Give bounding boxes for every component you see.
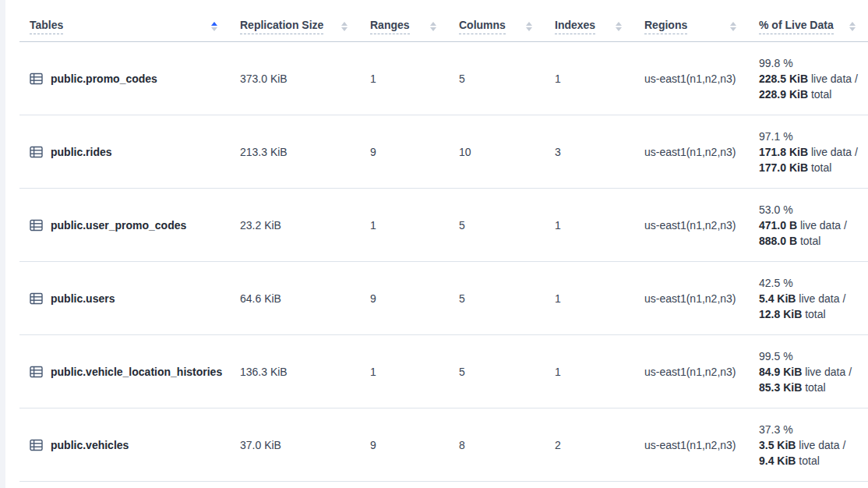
sort-desc-icon <box>616 27 622 31</box>
column-header-columns[interactable]: Columns <box>449 12 545 41</box>
column-header-ranges[interactable]: Ranges <box>360 12 449 41</box>
regions-cell: us-east1(n1,n2,n3) <box>634 439 749 451</box>
table-name-cell: public.vehicle_location_histories <box>19 366 230 378</box>
live-data-percent: 99.5 % <box>759 348 860 364</box>
replication-size-cell: 213.3 KiB <box>230 146 360 158</box>
regions-cell: us-east1(n1,n2,n3) <box>634 292 749 305</box>
live-data-size: 3.5 KiB live data / <box>759 437 860 453</box>
live-data-size: 84.9 KiB live data / <box>759 364 860 380</box>
columns-cell: 5 <box>449 72 545 85</box>
column-header-indexes[interactable]: Indexes <box>545 12 634 41</box>
sort-desc-icon <box>849 27 856 31</box>
percent-live-data-cell: 99.5 % 84.9 KiB live data / 85.3 KiB tot… <box>749 348 868 395</box>
table-icon <box>30 72 43 85</box>
sort-icon[interactable] <box>211 22 217 31</box>
table-row[interactable]: public.vehicles 37.0 KiB 9 8 2 us-east1(… <box>19 408 868 482</box>
column-header-label: Replication Size <box>240 19 323 34</box>
table-body: public.promo_codes 373.0 KiB 1 5 1 us-ea… <box>19 42 868 482</box>
total-data-size: 177.0 KiB total <box>759 160 860 175</box>
total-data-size: 888.0 B total <box>759 233 860 249</box>
column-header-label: % of Live Data <box>759 19 834 34</box>
column-header-regions[interactable]: Regions <box>634 12 749 41</box>
table-name-link[interactable]: public.vehicle_location_histories <box>51 366 222 378</box>
sort-icon[interactable] <box>341 22 348 31</box>
table-name-cell: public.user_promo_codes <box>19 219 230 232</box>
table-row[interactable]: public.vehicle_location_histories 136.3 … <box>19 335 868 408</box>
table-icon <box>30 219 43 232</box>
sort-asc-icon <box>341 22 348 26</box>
column-header-tables[interactable]: Tables <box>19 12 230 41</box>
column-header-label: Indexes <box>555 19 595 34</box>
replication-size-cell: 37.0 KiB <box>230 439 360 451</box>
percent-live-data-cell: 53.0 % 471.0 B live data / 888.0 B total <box>749 202 868 249</box>
indexes-cell: 1 <box>545 292 634 305</box>
columns-cell: 5 <box>449 292 545 305</box>
live-data-size: 471.0 B live data / <box>759 217 860 233</box>
column-header-percent-live-data[interactable]: % of Live Data <box>749 12 868 41</box>
regions-cell: us-east1(n1,n2,n3) <box>634 72 749 85</box>
live-data-size: 171.8 KiB live data / <box>759 144 860 160</box>
sort-icon[interactable] <box>616 22 622 31</box>
table-name-link[interactable]: public.rides <box>51 146 112 158</box>
sort-icon[interactable] <box>430 22 436 31</box>
table-row[interactable]: public.user_promo_codes 23.2 KiB 1 5 1 u… <box>19 189 868 262</box>
table-row[interactable]: public.rides 213.3 KiB 9 10 3 us-east1(n… <box>19 115 868 189</box>
live-data-size: 228.5 KiB live data / <box>759 71 860 87</box>
sort-desc-icon <box>341 27 348 31</box>
percent-live-data-cell: 37.3 % 3.5 KiB live data / 9.4 KiB total <box>749 422 868 469</box>
regions-cell: us-east1(n1,n2,n3) <box>634 219 749 232</box>
table-header-row: Tables Replication Size Ranges Columns I… <box>19 12 868 42</box>
sort-desc-icon <box>211 27 217 31</box>
percent-live-data-cell: 99.8 % 228.5 KiB live data / 228.9 KiB t… <box>749 55 868 102</box>
columns-cell: 5 <box>449 219 545 232</box>
percent-live-data-cell: 97.1 % 171.8 KiB live data / 177.0 KiB t… <box>749 129 868 175</box>
columns-cell: 8 <box>449 439 545 451</box>
live-data-percent: 42.5 % <box>759 275 860 291</box>
total-data-size: 12.8 KiB total <box>759 306 860 322</box>
live-data-percent: 37.3 % <box>759 422 860 437</box>
sort-icon[interactable] <box>526 22 532 31</box>
live-data-percent: 53.0 % <box>759 202 860 217</box>
table-name-link[interactable]: public.promo_codes <box>51 72 157 85</box>
regions-cell: us-east1(n1,n2,n3) <box>634 366 749 378</box>
sort-icon[interactable] <box>849 22 856 31</box>
table-name-cell: public.vehicles <box>19 439 230 451</box>
table-icon <box>30 366 43 378</box>
table-name-link[interactable]: public.users <box>51 292 115 305</box>
indexes-cell: 3 <box>545 146 634 158</box>
table-name-cell: public.promo_codes <box>19 72 230 85</box>
indexes-cell: 1 <box>545 219 634 232</box>
live-data-percent: 99.8 % <box>759 55 860 71</box>
total-data-size: 228.9 KiB total <box>759 87 860 102</box>
table-name-cell: public.users <box>19 292 230 305</box>
sort-desc-icon <box>430 27 436 31</box>
table-row[interactable]: public.promo_codes 373.0 KiB 1 5 1 us-ea… <box>19 42 868 115</box>
ranges-cell: 1 <box>360 72 449 85</box>
regions-cell: us-east1(n1,n2,n3) <box>634 146 749 158</box>
replication-size-cell: 64.6 KiB <box>230 292 360 305</box>
sort-desc-icon <box>730 27 736 31</box>
table-row[interactable]: public.users 64.6 KiB 9 5 1 us-east1(n1,… <box>19 262 868 335</box>
table-name-link[interactable]: public.vehicles <box>51 439 129 451</box>
tables-list: Tables Replication Size Ranges Columns I… <box>19 12 868 482</box>
indexes-cell: 2 <box>545 439 634 451</box>
indexes-cell: 1 <box>545 72 634 85</box>
table-icon <box>30 146 43 158</box>
column-header-label: Tables <box>30 19 63 34</box>
indexes-cell: 1 <box>545 366 634 378</box>
sort-asc-icon <box>430 22 436 26</box>
table-name-link[interactable]: public.user_promo_codes <box>51 219 186 232</box>
sort-icon[interactable] <box>730 22 736 31</box>
ranges-cell: 1 <box>360 219 449 232</box>
column-header-replication-size[interactable]: Replication Size <box>230 12 360 41</box>
sort-asc-icon <box>849 22 856 26</box>
ranges-cell: 9 <box>360 146 449 158</box>
live-data-percent: 97.1 % <box>759 129 860 144</box>
sort-asc-icon <box>616 22 622 26</box>
columns-cell: 5 <box>449 366 545 378</box>
total-data-size: 85.3 KiB total <box>759 380 860 395</box>
page-gutter <box>0 0 5 488</box>
table-icon <box>30 292 43 305</box>
ranges-cell: 9 <box>360 292 449 305</box>
replication-size-cell: 136.3 KiB <box>230 366 360 378</box>
